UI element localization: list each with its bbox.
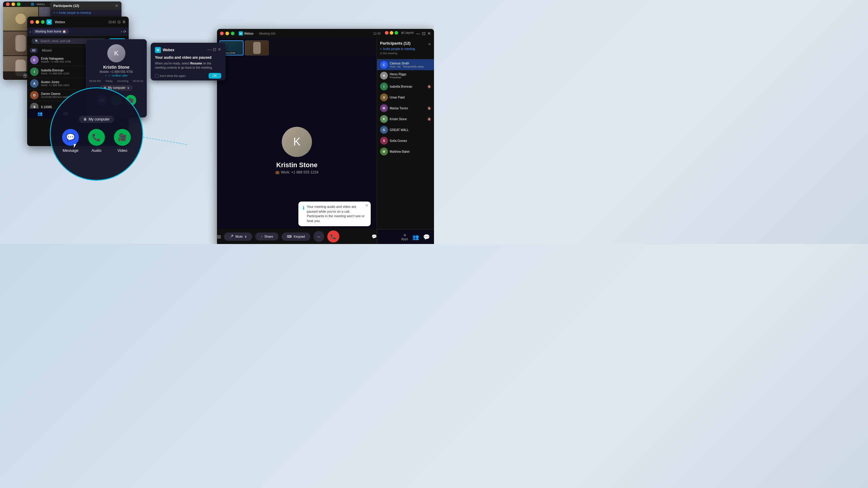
zoom-computer-badge[interactable]: 🖥 My computer xyxy=(79,116,114,123)
close-btn[interactable] xyxy=(30,20,34,24)
ps-item-marise: M Marise Torres 🔇 xyxy=(377,103,434,113)
avatar-9: 9 xyxy=(30,103,38,108)
caller-detail: 💼 Work: +1 888 555 1234 xyxy=(275,170,318,174)
big-meeting-titlebar: W Webex · Meeting info 12:40 ⊞ Layout — … xyxy=(217,29,434,38)
mic-muted2-icon: 🔇 xyxy=(427,107,431,110)
zoom-overlay: 🖥 My computer 💬 Message 📞 Audio 🎥 Video xyxy=(50,87,143,181)
ps-info-isabella: Isabella Brennan xyxy=(390,85,426,88)
ps-avatar-umar: U xyxy=(380,93,388,101)
time-display: 13:42 xyxy=(108,21,116,24)
mute-chevron: ∨ xyxy=(244,235,247,238)
people-icon[interactable]: 👥 xyxy=(412,234,419,240)
hold-btn[interactable]: — xyxy=(313,231,324,242)
ps-avatar-kristin: K xyxy=(380,115,388,123)
chat-icon[interactable]: 💬 xyxy=(423,234,430,240)
ps-header: Participants (12) ✕ + Invite people to m… xyxy=(377,38,434,59)
bm-max2[interactable] xyxy=(395,31,398,35)
contacts-icon[interactable]: 👥 xyxy=(37,111,42,116)
minimize-button[interactable] xyxy=(11,2,15,6)
ok-button[interactable]: OK xyxy=(209,73,221,78)
call-timeline: 09:58 PM Today Incoming 00:02:21 xyxy=(89,79,144,83)
apps-button[interactable]: ⊞ Apps xyxy=(401,233,408,241)
refresh-icon: ⟳ xyxy=(123,30,126,34)
keypad-btn[interactable]: ⌨ Keypad xyxy=(281,233,310,241)
bm-thumbnails-row: Clarissa Smith xyxy=(217,38,377,57)
ps-avatar-henry: H xyxy=(380,72,388,79)
bm-thumb-2 xyxy=(245,40,269,56)
wfh-toolbar: ‹ Working from home 🏠 › ⟳ xyxy=(27,27,129,36)
avatar-darren: D xyxy=(30,91,38,99)
maximize-button[interactable] xyxy=(17,2,21,6)
ps-in-meeting-label: In the meeting xyxy=(380,52,431,55)
mute-btn[interactable]: 🎤 Mute ∨ xyxy=(224,233,252,241)
notification-bubble: ℹ Your meeting audio and video are pause… xyxy=(299,201,371,226)
monitor-icon: 🖥 xyxy=(83,117,87,121)
big-meeting-body: Clarissa Smith K Kristin Stone 💼 xyxy=(217,38,434,244)
main-caller-avatar: K xyxy=(282,127,312,157)
ps-info-matthew: Matthew Baker xyxy=(390,150,431,153)
share-btn[interactable]: ↑ Share xyxy=(255,233,278,240)
bm-layout-icon: ⊞ Layout xyxy=(401,31,413,36)
close-button[interactable] xyxy=(6,2,10,6)
bm-app-info: W Webex · Meeting info xyxy=(239,31,276,36)
main-caller-area: K Kristin Stone 💼 Work: +1 888 555 1234 … xyxy=(217,57,377,244)
keypad-icon: ⌨ xyxy=(287,235,292,238)
ps-item-greatwall: G GREAT WALL xyxy=(377,124,434,135)
invite-people-button[interactable]: + Invite people to meeting xyxy=(380,47,431,51)
end-call-btn[interactable]: 📞 xyxy=(327,230,339,242)
bm-app-icon: W xyxy=(239,31,243,36)
dialog-footer: Don't show this again. OK xyxy=(155,73,221,78)
bm-close-icon[interactable]: ✕ xyxy=(427,31,431,36)
zoom-video-icon: 🎥 xyxy=(114,129,131,146)
max-btn[interactable] xyxy=(41,20,44,24)
ps-info-kristin: Kristin Stone xyxy=(390,118,426,121)
dialog-body: When you're ready, select Resume on the … xyxy=(155,61,221,70)
dialog-brand: W Webex xyxy=(155,47,174,53)
verified-badge: ✓ ✓ Verified caller xyxy=(105,74,128,77)
zoom-audio[interactable]: 📞 Audio xyxy=(88,129,105,153)
panel-close-button[interactable]: ✕ xyxy=(115,3,119,8)
min-btn[interactable] xyxy=(36,20,39,24)
search-icon: 🔍 xyxy=(35,39,38,43)
bm-minimize-icon[interactable]: — xyxy=(416,31,420,36)
bm-close2[interactable] xyxy=(385,31,389,35)
avatar-emily: E xyxy=(30,56,38,64)
bm-close[interactable] xyxy=(220,32,224,35)
zoom-message-icon: 💬 xyxy=(62,129,79,146)
settings-icon: ⚙ xyxy=(122,20,126,24)
notif-close-button[interactable]: ✕ xyxy=(365,203,368,207)
ps-info-greatwall: GREAT WALL xyxy=(390,128,431,132)
tab-missed[interactable]: Missed xyxy=(39,48,54,53)
calling-titlebar: W Webex 13:42 ⊡ ⚙ xyxy=(27,17,129,27)
ps-item-kristin: K Kristin Stone 🔇 xyxy=(377,113,434,124)
ps-avatar-sofia: S xyxy=(380,137,388,144)
zoom-audio-icon: 📞 xyxy=(88,129,105,146)
zoom-message[interactable]: 💬 Message xyxy=(62,129,79,153)
mic-muted-icon: 🔇 xyxy=(427,85,431,88)
bm-max[interactable] xyxy=(231,32,235,35)
mic-muted3-icon: 🔇 xyxy=(427,118,431,121)
tab-all[interactable]: All xyxy=(30,48,38,53)
bm-min2[interactable] xyxy=(390,31,393,35)
dont-show-checkbox[interactable] xyxy=(155,74,158,78)
dont-show-label: Don't show this again. xyxy=(155,74,186,78)
bm-captions-icon[interactable]: ▤ xyxy=(217,234,221,239)
zoom-video[interactable]: 🎥 Video xyxy=(114,129,131,153)
bm-chat-icon[interactable]: 💬 xyxy=(372,234,377,239)
bm-expand-icon[interactable]: ⊡ xyxy=(422,31,426,36)
bm-min[interactable] xyxy=(225,32,229,35)
chevron-down-icon: ∨ xyxy=(127,86,129,90)
bm-video-area: Clarissa Smith K Kristin Stone 💼 xyxy=(217,38,377,244)
plus-icon: + xyxy=(53,11,55,14)
ps-avatar-marise: M xyxy=(380,104,388,112)
ps-header-row: Participants (12) ✕ xyxy=(380,41,431,47)
invite-button[interactable]: + + Invite people to meeting xyxy=(50,10,121,16)
dialog-close-button[interactable]: — ⊡ ✕ xyxy=(207,47,221,52)
bm-time: 12:40 xyxy=(373,32,381,35)
back-icon[interactable]: ‹ xyxy=(30,29,31,34)
paused-dialog: W Webex — ⊡ ✕ Your audio and video are p… xyxy=(151,43,225,80)
ps-close-button[interactable]: ✕ xyxy=(428,42,431,46)
ps-item-umar: U Umar Patel xyxy=(377,92,434,103)
expand-icon: ⊡ xyxy=(118,20,121,24)
big-controls: ▤ 🎤 Mute ∨ ↑ Share ⌨ Keypad — 📞 💬 xyxy=(217,229,377,244)
